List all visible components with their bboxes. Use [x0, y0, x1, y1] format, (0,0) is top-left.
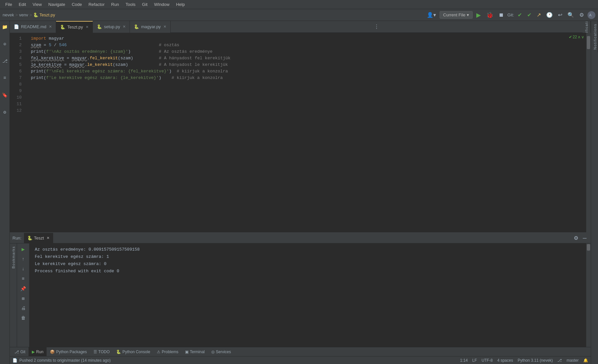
menu-navigate[interactable]: Navigate	[46, 1, 68, 8]
settings-btn[interactable]: ⚙	[578, 11, 586, 19]
panel-settings-btn[interactable]: ⚙	[572, 234, 580, 242]
code-content[interactable]: import magyar szam = 5 / 546 # osztás pr…	[26, 33, 586, 232]
console-scrollbar-thumb[interactable]	[587, 244, 590, 251]
search-btn[interactable]: 🔍	[566, 11, 576, 19]
todo-icon: ☰	[93, 350, 97, 354]
collapse-icon[interactable]: ∨	[581, 35, 584, 39]
status-python[interactable]: Python 3.11 (nevek)	[518, 358, 553, 363]
dropdown-arrow: ▾	[467, 12, 469, 17]
status-notifications[interactable]: 🔔	[583, 358, 588, 363]
menu-view[interactable]: View	[30, 1, 44, 8]
avatar-btn[interactable]: A	[588, 11, 595, 19]
menu-edit[interactable]: Edit	[16, 1, 29, 8]
menu-file[interactable]: File	[3, 1, 15, 8]
check-count: ✔ 22 ∧ ∨	[569, 35, 584, 39]
format-btn[interactable]: ≡	[19, 274, 28, 283]
layout-btn[interactable]: ⊞	[19, 294, 28, 303]
scroll-up-btn[interactable]: ↑	[19, 255, 28, 264]
scrollbar-thumb[interactable]	[587, 36, 590, 49]
terminal-icon: ▣	[185, 350, 189, 354]
bottom-tab-todo-label: TODO	[98, 350, 110, 354]
panel-header-right: ⚙ ─	[572, 234, 588, 242]
console-scrollbar[interactable]	[586, 243, 591, 347]
bookmark-icon[interactable]: 🔖	[0, 90, 10, 100]
menu-git[interactable]: Git	[139, 1, 150, 8]
bottom-tab-problems[interactable]: ⚠ Problems	[154, 347, 182, 356]
bottom-tab-packages-label: Python Packages	[56, 350, 87, 354]
bottom-tab-todo[interactable]: ☰ TODO	[90, 347, 113, 356]
tab-teszt[interactable]: 🐍 Teszt.py ✕	[56, 21, 93, 33]
tab-readme-label: README.md	[21, 24, 46, 29]
print-btn[interactable]: 🖨	[19, 304, 28, 313]
menu-window[interactable]: WIndow	[152, 1, 172, 8]
notifications-right-label[interactable]: Notifications	[591, 21, 598, 52]
bottom-tab-services[interactable]: ◎ Services	[208, 347, 234, 356]
py-file-icon: 🐍	[33, 12, 38, 17]
bottom-tab-terminal[interactable]: ▣ Terminal	[182, 347, 208, 356]
debug-button[interactable]: 🐞	[485, 10, 495, 20]
status-branch[interactable]: master	[567, 358, 579, 363]
bottom-tab-packages[interactable]: 📦 Python Packages	[47, 347, 90, 356]
git-history[interactable]: 🕐	[545, 11, 554, 19]
menu-tools[interactable]: Tools	[123, 1, 138, 8]
run-again-btn[interactable]: ▶	[19, 245, 28, 254]
git-check2[interactable]: ✔	[526, 11, 533, 19]
tab-setup-close[interactable]: ✕	[123, 25, 126, 29]
status-git-status[interactable]: Pushed 2 commits to origin/master (14 mi…	[19, 358, 111, 363]
bookmarks-label[interactable]: Bookmarks	[10, 243, 17, 271]
menu-run[interactable]: Run	[109, 1, 122, 8]
tab-teszt-close[interactable]: ✕	[86, 25, 89, 29]
trash-btn[interactable]: 🗑	[19, 314, 28, 323]
editor-scrollbar[interactable]	[586, 33, 591, 232]
tab-magyar[interactable]: 🐍 magyar.py ✕	[130, 21, 171, 33]
git-push[interactable]: ↗	[535, 11, 543, 19]
bottom-tab-git[interactable]: ⎇ Git	[11, 347, 29, 356]
breadcrumb-project[interactable]: nevek	[3, 12, 14, 17]
status-encoding[interactable]: UTF-8	[482, 358, 493, 363]
bottom-tab-run[interactable]: ▶ Run	[29, 347, 47, 356]
tabs-more[interactable]: ⋮	[371, 24, 382, 30]
scroll-down-btn[interactable]: ↓	[19, 264, 28, 274]
editor-area: 📄 README.md ✕ 🐍 Teszt.py ✕ 🐍 setup.py ✕ …	[10, 21, 591, 364]
current-file-dropdown[interactable]: Current File ▾	[440, 11, 473, 19]
menu-help[interactable]: Help	[174, 1, 188, 8]
problems-icon: ⚠	[157, 350, 160, 354]
bottom-tab-services-label: Services	[216, 350, 231, 354]
user-icon-btn[interactable]: 👤▾	[425, 11, 438, 19]
git-undo[interactable]: ↩	[556, 11, 564, 19]
panel-minimize-btn[interactable]: ─	[581, 234, 588, 242]
menu-refactor[interactable]: Refactor	[86, 1, 107, 8]
status-line-ending[interactable]: LF	[472, 358, 477, 363]
settings-icon2[interactable]: ⚙	[0, 107, 10, 117]
current-file-label: Current File	[443, 12, 465, 17]
status-position[interactable]: 1:14	[460, 358, 468, 363]
panel-tab-close[interactable]: ✕	[47, 236, 50, 240]
status-file-icon: 📄	[12, 358, 17, 363]
pin-btn[interactable]: 📌	[19, 284, 28, 293]
pull-request-icon[interactable]: ⎇	[0, 56, 10, 66]
project-icon[interactable]: 📁	[0, 22, 10, 31]
right-panel: Notifications	[591, 21, 598, 364]
bottom-tab-console[interactable]: 🐍 Python Console	[113, 347, 154, 356]
bottom-tab-console-label: Python Console	[122, 350, 150, 354]
run-button[interactable]: ▶	[475, 10, 483, 20]
tab-magyar-close[interactable]: ✕	[163, 25, 166, 29]
breadcrumb-file[interactable]: 🐍 Teszt.py	[33, 12, 55, 17]
code-editor[interactable]: 1 2 3 4 5 6 7 8 9 10 11 12 import magyar…	[10, 33, 591, 232]
status-bar: 📄 Pushed 2 commits to origin/master (14 …	[10, 356, 591, 364]
breadcrumb: nevek > venv > 🐍 Teszt.py	[3, 12, 55, 17]
git-check1[interactable]: ✔	[516, 11, 524, 19]
stop-button[interactable]: ⏹	[497, 11, 505, 19]
breadcrumb-venv[interactable]: venv	[19, 12, 28, 17]
panel-body: Bookmarks ▶ ↑ ↓ ≡ 📌 ⊞ 🖨 🗑 Az osztás ered	[10, 243, 591, 347]
panel-tab-teszt[interactable]: 🐍 Teszt ✕	[24, 233, 53, 243]
panel-header: Run: 🐍 Teszt ✕ ⚙ ─	[10, 233, 591, 243]
menu-code[interactable]: Code	[69, 1, 85, 8]
structure-icon[interactable]: ≡	[0, 73, 10, 83]
tab-setup[interactable]: 🐍 setup.py ✕	[93, 21, 130, 33]
status-indent[interactable]: 4 spaces	[497, 358, 513, 363]
expand-icon[interactable]: ∧	[578, 35, 581, 39]
tab-readme-close[interactable]: ✕	[49, 25, 52, 29]
commit-icon[interactable]: ⊙	[0, 39, 10, 48]
tab-readme[interactable]: 📄 README.md ✕	[10, 21, 56, 33]
